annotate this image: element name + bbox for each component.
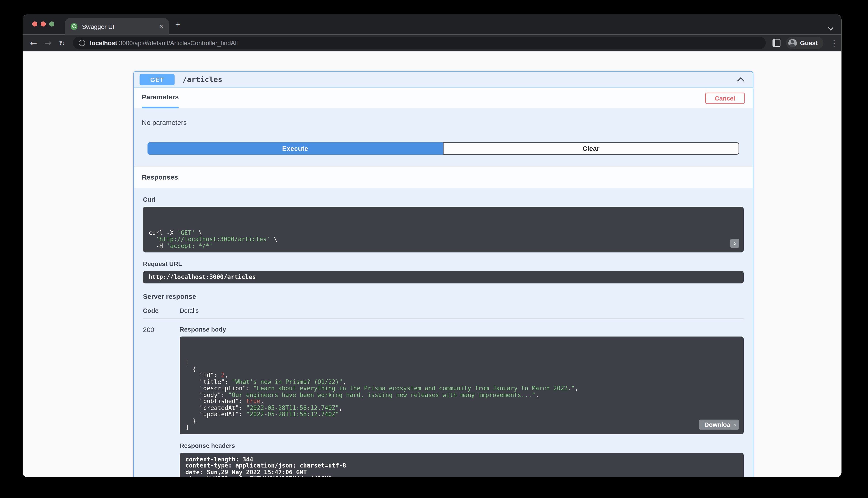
cancel-button[interactable]: Cancel (705, 92, 745, 104)
status-code: 200 (143, 326, 180, 477)
execute-row: Execute Clear (148, 142, 739, 155)
response-headers-label: Response headers (180, 442, 744, 448)
response-body-json: [ { "id": 2, "title": "What's new in Pri… (180, 336, 744, 434)
url-path: :3000/api/#/default/ArticlesController_f… (117, 40, 238, 46)
opblock-summary[interactable]: GET /articles (134, 72, 753, 88)
avatar-icon (788, 39, 797, 47)
profile-chip[interactable]: Guest (786, 37, 823, 49)
window-close-button[interactable] (32, 22, 38, 27)
swagger-favicon-icon (71, 23, 78, 30)
server-response-row: 200 Response body [ { "id": 2, "title": … (143, 326, 744, 477)
curl-command: curl -X 'GET' \ 'http://localhost:3000/a… (143, 207, 744, 252)
responses-body: Curl curl -X 'GET' \ 'http://localhost:3… (134, 188, 753, 477)
code-column-header: Code (143, 307, 180, 314)
profile-label: Guest (800, 40, 818, 46)
server-response-table-header: Code Details (143, 307, 744, 314)
screenshot-stage: Swagger UI × + ← → ↻ localhost:3000/api/… (0, 0, 868, 498)
request-url-value: http://localhost:3000/articles (143, 271, 744, 283)
parameters-title: Parameters (142, 93, 179, 101)
opblock-get-articles: GET /articles Parameters Cancel No param… (133, 71, 753, 477)
no-parameters-text: No parameters (142, 119, 745, 127)
divider (143, 318, 744, 319)
curl-label: Curl (143, 196, 744, 203)
back-icon[interactable]: ← (30, 39, 37, 47)
copy-curl-button[interactable] (730, 239, 739, 248)
browser-tab-swagger-ui[interactable]: Swagger UI × (65, 18, 169, 35)
new-tab-button[interactable]: + (175, 20, 181, 30)
url-host: localhost (90, 40, 117, 46)
response-body-label: Response body (180, 326, 744, 332)
tab-overflow-chevron-icon[interactable] (828, 23, 834, 33)
site-info-icon[interactable] (79, 40, 86, 46)
request-url-label: Request URL (143, 260, 744, 267)
method-badge: GET (140, 74, 175, 85)
tab-strip: Swagger UI × + (23, 14, 842, 35)
window-minimize-button[interactable] (41, 22, 46, 27)
tab-parameters[interactable]: Parameters (142, 88, 179, 109)
browser-window: Swagger UI × + ← → ↻ localhost:3000/api/… (23, 14, 842, 477)
copy-response-button[interactable] (730, 420, 739, 429)
clipboard-icon (733, 422, 736, 428)
forward-icon[interactable]: → (44, 39, 51, 47)
parameters-header: Parameters Cancel (134, 88, 753, 109)
reload-icon[interactable]: ↻ (59, 39, 65, 47)
window-controls (32, 22, 54, 27)
response-details: Response body [ { "id": 2, "title": "Wha… (180, 326, 744, 477)
browser-toolbar: ← → ↻ localhost:3000/api/#/default/Artic… (23, 35, 842, 52)
side-panel-icon[interactable] (773, 39, 780, 47)
window-zoom-button[interactable] (49, 22, 54, 27)
collapse-chevron-icon[interactable] (737, 77, 747, 81)
responses-header: Responses (134, 166, 753, 188)
server-response-label: Server response (143, 292, 744, 300)
clipboard-icon (733, 240, 736, 246)
close-tab-icon[interactable]: × (159, 23, 163, 30)
try-it-out-section: No parameters Execute Clear (134, 108, 753, 166)
url-text: localhost:3000/api/#/default/ArticlesCon… (90, 40, 238, 46)
details-column-header: Details (180, 307, 199, 314)
endpoint-path: /articles (183, 75, 222, 84)
response-headers-block: content-length: 344content-type: applica… (180, 453, 744, 477)
browser-menu-icon[interactable]: ⋮ (830, 38, 838, 48)
clear-button[interactable]: Clear (443, 142, 739, 155)
responses-title: Responses (142, 173, 178, 181)
execute-button[interactable]: Execute (148, 142, 443, 155)
address-bar[interactable]: localhost:3000/api/#/default/ArticlesCon… (73, 37, 766, 49)
swagger-page: GET /articles Parameters Cancel No param… (23, 52, 842, 477)
tab-title: Swagger UI (82, 23, 156, 30)
